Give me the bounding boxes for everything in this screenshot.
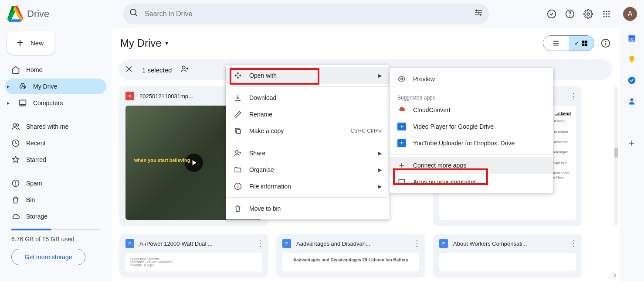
upload-icon <box>397 139 406 147</box>
close-icon[interactable] <box>125 65 133 75</box>
sidebar-item-label: Recent <box>26 140 45 147</box>
storage-bar <box>11 229 100 230</box>
search-options-icon[interactable] <box>474 8 483 20</box>
keep-app-icon[interactable] <box>627 55 636 64</box>
tasks-app-icon[interactable] <box>627 76 636 85</box>
menu-open-with[interactable]: Open with ▶ <box>226 67 390 84</box>
menu-make-copy[interactable]: Make a copy Ctrl+C Ctrl+V <box>226 123 390 139</box>
sidebar-item-spam[interactable]: Spam <box>5 175 106 191</box>
svg-point-10 <box>606 13 607 14</box>
menu-move-to-bin[interactable]: Move to bin <box>226 200 390 217</box>
submenu-heading: Suggested apps <box>390 93 553 102</box>
submenu-yt-uploader[interactable]: YouTube Uploader for Dropbox, Drive <box>390 135 553 151</box>
menu-item-label: Open with <box>249 72 277 79</box>
scroll-right-icon[interactable]: › <box>614 271 616 279</box>
sidebar-item-bin[interactable]: Bin <box>5 192 106 208</box>
svg-rect-30 <box>585 44 587 46</box>
submenu-apps-computer[interactable]: Apps on your computer <box>390 174 553 190</box>
share-icon <box>234 149 242 157</box>
svg-point-18 <box>13 123 16 127</box>
offline-ready-icon[interactable] <box>546 9 557 19</box>
share-person-icon[interactable] <box>180 65 189 75</box>
logo-area[interactable]: Drive <box>6 5 119 23</box>
sidebar-item-label: Spam <box>26 180 42 187</box>
open-with-icon <box>234 72 242 79</box>
svg-point-36 <box>183 66 186 69</box>
sidebar-item-starred[interactable]: Starred <box>5 152 106 168</box>
menu-share[interactable]: Share ▶ <box>226 145 390 161</box>
svg-rect-47 <box>285 244 287 244</box>
info-icon[interactable] <box>600 38 611 48</box>
more-icon[interactable]: ⋮ <box>570 239 578 248</box>
page-title-text: My Drive <box>120 37 162 49</box>
svg-point-65 <box>401 78 403 80</box>
menu-file-info[interactable]: File information ▶ <box>226 178 390 195</box>
menu-item-label: Connect more apps <box>413 162 466 169</box>
main-header: My Drive ▼ ✓ <box>112 28 620 53</box>
get-storage-button[interactable]: Get more storage <box>11 249 85 265</box>
svg-rect-43 <box>129 243 131 243</box>
svg-rect-27 <box>582 41 584 43</box>
submenu-connect-more[interactable]: Connect more apps <box>390 157 553 174</box>
video-player-icon <box>397 123 406 130</box>
menu-organise[interactable]: Organise ▶ <box>226 161 390 178</box>
menu-rename[interactable]: Rename <box>226 106 390 123</box>
svg-rect-48 <box>442 242 445 243</box>
menu-item-label: CloudConvert <box>413 106 451 113</box>
contacts-app-icon[interactable] <box>627 97 636 106</box>
more-icon[interactable]: ⋮ <box>413 239 421 248</box>
svg-point-4 <box>570 16 570 16</box>
more-icon[interactable]: ⋮ <box>256 239 264 248</box>
search-bar[interactable] <box>123 3 489 24</box>
folder-icon <box>234 166 242 174</box>
more-icon[interactable]: ⋮ <box>570 91 578 101</box>
context-menu: Open with ▶ Download Rename Make a copy … <box>226 65 390 219</box>
svg-line-1 <box>136 14 138 17</box>
sidebar-item-home[interactable]: Home <box>5 62 106 78</box>
page-title[interactable]: My Drive ▼ <box>120 37 169 49</box>
bin-icon <box>11 195 20 204</box>
svg-point-13 <box>606 16 607 17</box>
add-addon-icon[interactable] <box>627 139 636 147</box>
gear-icon[interactable] <box>583 9 593 19</box>
scrollbar-thumb[interactable] <box>614 147 618 158</box>
help-icon[interactable] <box>565 9 575 19</box>
list-view-button[interactable] <box>543 36 569 51</box>
svg-rect-42 <box>129 242 131 243</box>
file-card[interactable]: About Workers Compensati... ⋮ <box>433 234 582 278</box>
new-button[interactable]: New <box>7 31 55 55</box>
search-input[interactable] <box>145 10 468 18</box>
file-thumbnail: Aadvantages and Disadvantages Of Lithium… <box>282 253 419 271</box>
svg-point-5 <box>587 13 590 15</box>
svg-point-59 <box>236 151 238 153</box>
sidebar-item-recent[interactable]: Recent <box>5 135 106 151</box>
calendar-app-icon[interactable]: 31 <box>627 34 636 43</box>
sidebar-item-computers[interactable]: ▸ Computers <box>5 95 106 111</box>
file-card[interactable]: Aadvantages and Disadvan... ⋮ Aadvantage… <box>276 234 425 278</box>
header-actions: A <box>546 7 637 21</box>
svg-point-6 <box>603 11 605 12</box>
sidebar-item-shared[interactable]: Shared with me <box>5 119 106 134</box>
grid-view-button[interactable]: ✓ <box>569 36 594 51</box>
chevron-down-icon: ▼ <box>164 40 169 46</box>
svg-rect-46 <box>285 243 288 243</box>
sidebar-item-storage[interactable]: Storage <box>5 209 106 224</box>
submenu-preview[interactable]: Preview <box>390 71 553 87</box>
file-name: A-iPower 12000-Watt Dual ... <box>139 240 251 247</box>
sidebar-item-mydrive[interactable]: ▸ My Drive <box>5 79 106 94</box>
video-caption: when you start believing - <box>134 158 193 163</box>
monitor-icon <box>397 178 406 186</box>
svg-point-14 <box>608 16 610 17</box>
search-icon <box>129 8 139 20</box>
menu-item-label: Move to bin <box>249 205 281 212</box>
apps-grid-icon[interactable] <box>601 9 612 19</box>
menu-item-label: Apps on your computer <box>413 178 476 185</box>
svg-rect-45 <box>285 242 288 243</box>
menu-download[interactable]: Download <box>226 89 390 106</box>
submenu-video-player[interactable]: Video Player for Google Drive <box>390 118 553 135</box>
avatar[interactable]: A <box>623 7 637 21</box>
scrollbar[interactable] <box>614 86 618 226</box>
file-name: About Workers Compensati... <box>453 240 565 247</box>
file-card[interactable]: A-iPower 12000-Watt Dual ... ⋮ Engine ty… <box>119 234 268 278</box>
submenu-cloudconvert[interactable]: CloudConvert <box>390 102 553 118</box>
